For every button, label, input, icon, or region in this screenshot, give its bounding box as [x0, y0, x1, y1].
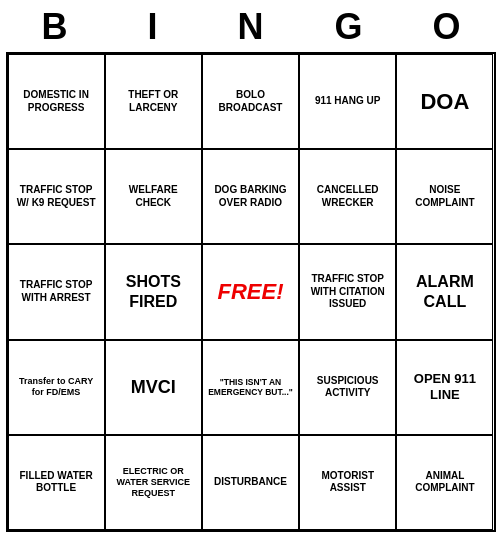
cell-14-alarm[interactable]: ALARM CALL	[396, 244, 493, 339]
cell-3[interactable]: 911 HANG UP	[299, 54, 396, 149]
cell-6[interactable]: WELFARE CHECK	[105, 149, 202, 244]
cell-15[interactable]: Transfer to CARY for FD/EMS	[8, 340, 105, 435]
cell-24[interactable]: ANIMAL COMPLAINT	[396, 435, 493, 530]
cell-8[interactable]: CANCELLED WRECKER	[299, 149, 396, 244]
cell-7[interactable]: DOG BARKING OVER RADIO	[202, 149, 299, 244]
letter-g: G	[309, 6, 389, 48]
bingo-title: B I N G O	[6, 0, 496, 52]
cell-20[interactable]: FILLED WATER BOTTLE	[8, 435, 105, 530]
cell-18[interactable]: SUSPICIOUS ACTIVITY	[299, 340, 396, 435]
cell-22[interactable]: DISTURBANCE	[202, 435, 299, 530]
cell-9[interactable]: NOISE COMPLAINT	[396, 149, 493, 244]
cell-5[interactable]: TRAFFIC STOP W/ K9 REQUEST	[8, 149, 105, 244]
letter-b: B	[15, 6, 95, 48]
cell-11-shots[interactable]: SHOTS FIRED	[105, 244, 202, 339]
cell-0[interactable]: DOMESTIC IN PROGRESS	[8, 54, 105, 149]
letter-i: I	[113, 6, 193, 48]
cell-12-free[interactable]: Free!	[202, 244, 299, 339]
cell-10[interactable]: TRAFFIC STOP WITH ARREST	[8, 244, 105, 339]
cell-21[interactable]: ELECTRIC OR WATER SERVICE REQUEST	[105, 435, 202, 530]
cell-16-mvci[interactable]: MVCI	[105, 340, 202, 435]
letter-n: N	[211, 6, 291, 48]
cell-23[interactable]: MOTORIST ASSIST	[299, 435, 396, 530]
cell-13[interactable]: TRAFFIC STOP WITH CITATION ISSUED	[299, 244, 396, 339]
cell-1[interactable]: THEFT OR LARCENY	[105, 54, 202, 149]
letter-o: O	[407, 6, 487, 48]
cell-2[interactable]: BOLO BROADCAST	[202, 54, 299, 149]
bingo-grid: DOMESTIC IN PROGRESS THEFT OR LARCENY BO…	[6, 52, 496, 532]
cell-4-doa[interactable]: DOA	[396, 54, 493, 149]
cell-19-open911[interactable]: OPEN 911 LINE	[396, 340, 493, 435]
cell-17[interactable]: "THIS ISN'T AN EMERGENCY BUT..."	[202, 340, 299, 435]
